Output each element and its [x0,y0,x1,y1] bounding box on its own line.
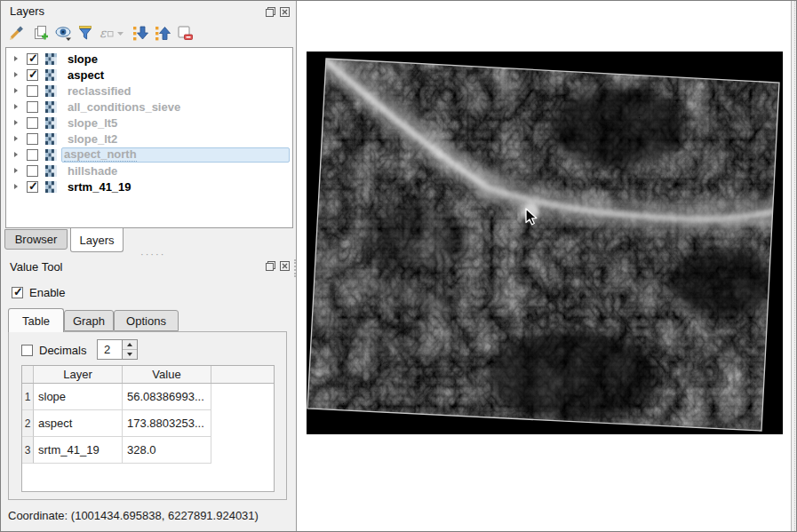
layer-name[interactable]: slope_lt2 [68,132,117,146]
remove-layer-icon [176,24,194,42]
expand-arrow-icon[interactable] [14,88,18,93]
layer-row-slope[interactable]: slope [6,51,292,67]
row-number: 2 [22,410,34,437]
cell-layer[interactable]: aspect [34,410,123,437]
header-layer[interactable]: Layer [34,366,123,383]
filter-by-expression-button[interactable]: ε [99,24,125,42]
enable-checkbox[interactable] [12,287,23,298]
expand-all-icon [132,24,149,42]
layer-row-slope-lt2[interactable]: slope_lt2 [6,131,292,147]
decimals-row[interactable]: Decimals [21,344,86,357]
layers-panel-close-button[interactable] [278,5,291,18]
table-row[interactable]: 3 srtm_41_19 328.0 [22,437,274,464]
expand-all-button[interactable] [132,24,149,42]
expand-arrow-icon[interactable] [14,104,18,109]
header-corner [22,366,34,383]
raster-layer-icon [45,117,57,129]
layer-checkbox[interactable] [27,117,38,129]
value-tool-pane: Decimals 2 Layer Value 1 slope 56.083869… [8,331,287,500]
value-table-header: Layer Value [22,366,274,384]
float-icon [265,6,276,18]
layer-row-srtm-41-19[interactable]: srtm_41_19 [6,179,292,195]
raster-layer-icon [45,165,57,177]
layer-checkbox[interactable] [27,53,38,65]
enable-row[interactable]: Enable [12,286,65,299]
layer-checkbox[interactable] [27,69,38,81]
eye-icon [55,24,75,42]
cell-value[interactable]: 173.8803253... [123,410,211,437]
raster-layer-icon [45,181,57,193]
map-canvas[interactable] [296,1,791,531]
expand-arrow-icon[interactable] [14,184,18,189]
spin-up-button[interactable] [123,340,137,350]
layer-checkbox[interactable] [27,181,38,193]
close-icon [279,6,291,18]
raster-layer-icon [45,149,57,161]
layer-row-hillshade[interactable]: hillshade [6,163,292,179]
cell-layer[interactable]: slope [34,384,123,410]
layer-name[interactable]: aspect_north [64,147,137,162]
layer-row-aspect-north[interactable]: aspect_north [6,147,292,163]
layer-name[interactable]: slope_lt5 [68,116,117,130]
row-number: 1 [22,384,34,410]
expand-arrow-icon[interactable] [14,152,18,157]
tab-options[interactable]: Options [114,310,179,331]
layer-name[interactable]: slope [68,52,98,66]
enable-label: Enable [29,286,65,299]
layer-checkbox[interactable] [27,101,38,113]
close-icon [279,260,291,272]
arrow-down-icon [127,353,132,356]
expand-arrow-icon[interactable] [14,168,18,173]
decimals-spinner[interactable]: 2 [97,339,138,360]
tab-browser[interactable]: Browser [4,229,68,250]
layer-name[interactable]: srtm_41_19 [68,180,132,194]
layer-name[interactable]: all_conditions_sieve [68,100,180,114]
layer-checkbox[interactable] [27,133,38,145]
tab-layers[interactable]: Layers [70,228,124,252]
decimals-value: 2 [98,340,122,359]
layer-name[interactable]: reclassified [68,84,132,98]
tab-graph[interactable]: Graph [64,310,114,331]
cell-value[interactable]: 328.0 [123,437,211,464]
header-value[interactable]: Value [123,366,211,383]
layers-panel-float-button[interactable] [264,5,276,18]
layer-row-aspect[interactable]: aspect [6,67,292,83]
decimals-checkbox[interactable] [21,345,33,356]
dock-resize-gutter[interactable] [791,1,797,531]
layer-name[interactable]: aspect [68,68,104,82]
layer-row-all-conditions-sieve[interactable]: all_conditions_sieve [6,99,292,115]
cell-layer[interactable]: srtm_41_19 [34,437,123,464]
layer-checkbox[interactable] [27,85,38,97]
layer-row-reclassified[interactable]: reclassified [6,83,292,99]
expand-arrow-icon[interactable] [14,56,18,61]
panel-splitter-handle[interactable]: ····· [140,249,165,259]
layer-styling-button[interactable] [8,24,26,42]
remove-layer-button[interactable] [176,24,194,42]
cell-value[interactable]: 56.08386993... [123,384,211,410]
row-number: 3 [22,437,34,464]
arrow-up-icon [127,343,132,346]
layer-row-slope-lt5[interactable]: slope_lt5 [6,115,292,131]
funnel-icon [77,24,95,42]
value-tool-close-button[interactable] [278,259,291,272]
qgis-window: Layers [0,0,797,532]
expand-arrow-icon[interactable] [14,136,18,141]
manage-map-themes-button[interactable] [55,24,73,42]
layer-name[interactable]: hillshade [68,164,117,178]
layer-checkbox[interactable] [27,149,38,161]
add-group-button[interactable] [33,24,51,42]
raster-layer-icon [45,53,57,65]
tab-table[interactable]: Table [8,308,64,332]
mouse-cursor [524,208,538,227]
decimals-label: Decimals [39,344,86,357]
collapse-all-button[interactable] [154,24,171,42]
value-tool-float-button[interactable] [264,259,276,272]
spin-down-button[interactable] [123,350,137,359]
layer-checkbox[interactable] [27,165,38,177]
value-tool-title: Value Tool [10,260,63,274]
filter-legend-button[interactable] [77,24,95,42]
expand-arrow-icon[interactable] [14,120,18,125]
expand-arrow-icon[interactable] [14,72,18,77]
table-row[interactable]: 1 slope 56.08386993... [22,384,274,410]
table-row[interactable]: 2 aspect 173.8803253... [22,410,274,437]
